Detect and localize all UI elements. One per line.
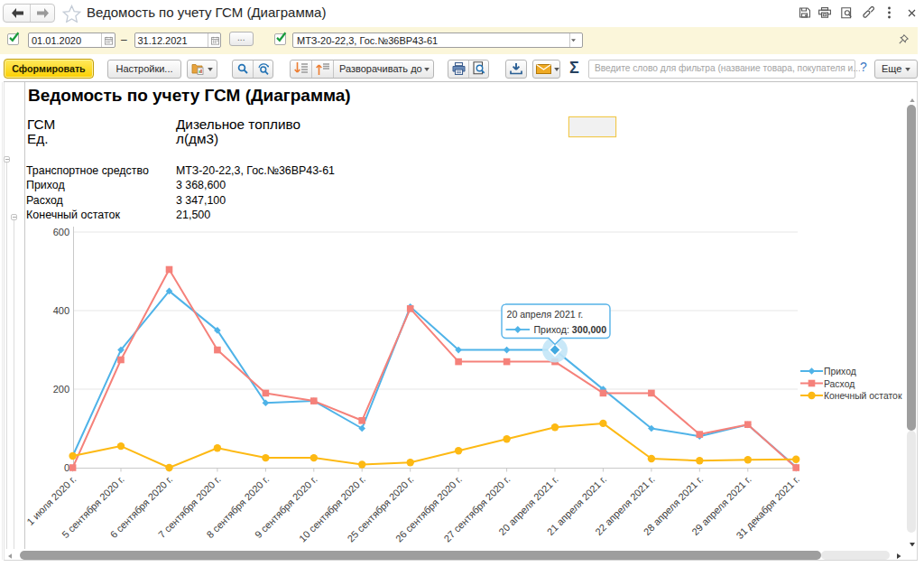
- svg-text:Расход: Расход: [824, 379, 855, 389]
- svg-text:400: 400: [53, 305, 69, 316]
- svg-text:20 апреля 2021 г.: 20 апреля 2021 г.: [507, 309, 584, 320]
- svg-text:Конечный остаток: Конечный остаток: [824, 391, 902, 401]
- svg-text:600: 600: [53, 227, 69, 237]
- svg-text:200: 200: [53, 384, 69, 395]
- svg-text:Приход: 300,000: Приход: 300,000: [534, 324, 607, 335]
- svg-text:1 июля 2020 г.: 1 июля 2020 г.: [24, 473, 78, 526]
- svg-text:0: 0: [64, 462, 69, 473]
- svg-text:Приход: Приход: [824, 367, 856, 376]
